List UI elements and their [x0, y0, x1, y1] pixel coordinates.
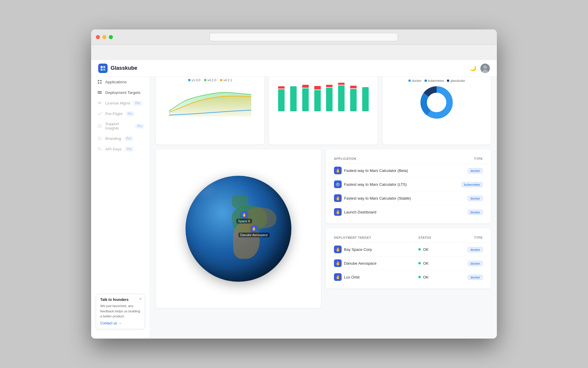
branding-icon [97, 136, 102, 141]
talk-card-close[interactable]: × [139, 296, 142, 301]
maximize-button[interactable] [109, 35, 113, 39]
status-label: OK [423, 247, 429, 252]
user-avatar[interactable] [480, 64, 490, 73]
sidebar-item-deployment-targets[interactable]: Deployment Targets [91, 87, 150, 98]
legend-glasskube: glasskube [447, 79, 465, 82]
sidebar-item-license[interactable]: License Mgmt Pro [91, 98, 150, 108]
legend-dot-kubernetes [425, 79, 427, 82]
svg-rect-0 [101, 66, 103, 68]
branding-label: Branding [105, 136, 121, 141]
bar-group-8 [360, 87, 371, 111]
sidebar: Dashboard Applications [91, 61, 150, 339]
bar-group-6 [336, 83, 347, 111]
sidebar-item-branding[interactable]: Branding Pro [91, 133, 150, 144]
type-badge: docker [468, 247, 483, 252]
app-type-cell: kubernetes [447, 178, 486, 191]
bar-group-4 [312, 86, 323, 111]
sidebar-item-support[interactable]: Support Insights Pro [91, 119, 150, 133]
table-row[interactable]: 🤚 Lux Orbit OK [330, 270, 486, 284]
svg-rect-1 [103, 66, 105, 68]
legend-label-v420: v4.2.0 [208, 78, 216, 82]
minimize-button[interactable] [102, 35, 106, 39]
marker-danube[interactable]: 🤚 Danube Aerospace [238, 226, 270, 237]
app-cell: 🤚 Fastest way to Mars Calculator (Stable… [334, 194, 443, 202]
support-pro-badge: Pro [136, 124, 144, 128]
bar-teal [278, 89, 285, 111]
col-type: TYPE [447, 154, 486, 164]
target-name-label: Lux Orbit [344, 275, 360, 279]
status-dot [418, 276, 421, 278]
target-name-cell: 🤚 Lux Orbit [330, 270, 415, 284]
app-name-cell: ⚙️ Fastest way to Mars Calculator (LTS) [330, 178, 447, 191]
target-status-cell: OK [415, 256, 449, 270]
target-name-cell: 🤚 Bay Space Corp [330, 243, 415, 256]
support-icon [97, 123, 102, 129]
legend-label-v100: v1.0.0 [192, 78, 201, 82]
bar-teal [302, 88, 309, 111]
target-name-label: Bay Space Corp [344, 247, 372, 252]
deployment-targets-label: Deployment Targets [105, 90, 141, 95]
deployment-targets-icon [97, 90, 102, 95]
svg-point-18 [99, 125, 100, 127]
table-row[interactable]: 🤚 Launch Dashboard docker [330, 205, 486, 219]
app-cell: 🤚 Bay Space Corp [334, 246, 411, 253]
app-header: Glasskube 🌙 [91, 60, 497, 77]
bar-red [302, 85, 309, 88]
bar-red [278, 86, 285, 89]
app-cell: 🤚 Fastest way to Mars Calculator (Beta) [334, 167, 443, 174]
app-type-cell: docker [447, 164, 486, 178]
app-name-label: Launch Dashboard [344, 210, 376, 214]
svg-rect-2 [101, 69, 103, 71]
applications-label: Applications [105, 80, 127, 84]
table-row[interactable]: ⚙️ Fastest way to Mars Calculator (LTS) … [330, 178, 486, 191]
bar-teal [338, 85, 345, 111]
sidebar-item-apikeys[interactable]: API Keys Pro [91, 144, 150, 154]
bar-group-5 [324, 85, 335, 111]
app-type-cell: docker [447, 191, 486, 205]
support-label: Support Insights [105, 122, 132, 130]
donut-container: docker kubernetes glasskube [387, 79, 486, 120]
theme-toggle[interactable]: 🌙 [470, 65, 476, 72]
app-icon: 🤚 [334, 208, 342, 216]
target-type-cell: docker [449, 243, 486, 256]
bar-teal [350, 89, 357, 111]
target-name-label: Danube Aerospace [344, 261, 377, 266]
talk-card-title: Talk to founders [100, 298, 141, 302]
deployment-targets-table: DEPLOYMENT TARGET STATUS TYPE 🤚 Bay [330, 233, 486, 284]
sidebar-item-preflight[interactable]: Pre-Flight Pro [91, 108, 150, 119]
app-cell: 🤚 Launch Dashboard [334, 208, 443, 216]
app-icon: ⚙️ [334, 180, 342, 188]
marker-icon-danube: 🤚 [251, 226, 257, 232]
legend-v420: v4.2.0 [204, 78, 216, 82]
donut-legend: docker kubernetes glasskube [408, 79, 465, 82]
svg-point-26 [427, 93, 446, 112]
sidebar-bottom: × Talk to founders We just launched, any… [91, 289, 150, 334]
target-name-cell: 🤚 Danube Aerospace [330, 256, 415, 270]
svg-point-12 [100, 80, 102, 82]
status-ok: OK [418, 261, 445, 266]
logo-icon [98, 64, 108, 73]
legend-docker: docker [408, 79, 422, 82]
contact-link[interactable]: Contact us → [100, 321, 141, 325]
url-bar[interactable] [210, 33, 398, 41]
marker-space-k[interactable]: 🤚 Space K [236, 212, 252, 223]
target-icon: 🤚 [334, 259, 342, 267]
col-deployment-target: DEPLOYMENT TARGET [330, 233, 415, 243]
close-button[interactable] [96, 35, 100, 39]
legend-label-kubernetes: kubernetes [428, 79, 444, 82]
logo-area: Glasskube [98, 64, 137, 73]
branding-pro-badge: Pro [125, 136, 133, 141]
main-content: Version Distribution v1.0.0 v4.2.0 v4 [150, 61, 497, 339]
table-row[interactable]: 🤚 Bay Space Corp OK [330, 243, 486, 256]
line-chart-svg [161, 84, 260, 117]
bar-chart-area [274, 79, 373, 111]
bar-group-3 [300, 85, 311, 111]
sidebar-item-applications[interactable]: Applications [91, 77, 150, 87]
target-type-cell: docker [449, 270, 486, 284]
table-row[interactable]: 🤚 Fastest way to Mars Calculator (Beta) … [330, 164, 486, 178]
legend-label-docker: docker [412, 79, 422, 82]
table-row[interactable]: 🤚 Danube Aerospace OK [330, 256, 486, 270]
table-row[interactable]: 🤚 Fastest way to Mars Calculator (Stable… [330, 191, 486, 205]
target-icon: 🤚 [334, 273, 342, 281]
type-badge: docker [468, 168, 483, 173]
